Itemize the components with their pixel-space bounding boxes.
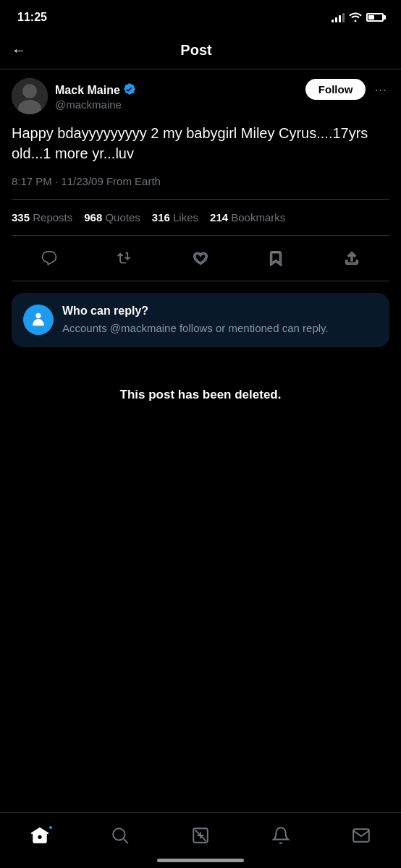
svg-point-3 (113, 828, 124, 840)
reply-restriction-title: Who can reply? (62, 305, 378, 318)
share-button[interactable] (338, 244, 366, 272)
svg-line-8 (195, 830, 206, 841)
status-icons (332, 12, 384, 24)
home-indicator (157, 859, 244, 862)
stat-likes[interactable]: 316 Likes (152, 211, 198, 224)
avatar[interactable] (12, 78, 48, 114)
header: ← Post (0, 32, 401, 69)
home-notification-dot (48, 825, 54, 830)
post-stats: 335 Reposts 968 Quotes 316 Likes 214 Boo… (12, 211, 389, 236)
stat-bookmarks[interactable]: 214 Bookmarks (210, 211, 285, 224)
reply-text-container: Who can reply? Accounts @mackmaine follo… (62, 305, 378, 336)
like-button[interactable] (187, 244, 214, 272)
page-title: Post (32, 42, 360, 59)
reply-restriction-subtitle: Accounts @mackmaine follows or mentioned… (62, 320, 378, 336)
back-button[interactable]: ← (12, 39, 32, 61)
user-info: Mack Maine @mackmaine (12, 78, 136, 114)
signal-icon (332, 12, 345, 22)
post-header: Mack Maine @mackmaine Follow ··· (12, 78, 389, 114)
reply-restriction-icon (23, 305, 54, 335)
nav-messages[interactable] (340, 820, 382, 851)
action-bar (12, 236, 389, 281)
stat-quotes[interactable]: 968 Quotes (84, 211, 140, 224)
wifi-icon (349, 12, 362, 24)
bookmark-button[interactable] (262, 244, 290, 272)
nav-compose[interactable] (180, 820, 221, 851)
post-text: Happy bdayyyyyyyyy 2 my babygirl Miley C… (12, 123, 389, 163)
user-handle[interactable]: @mackmaine (55, 98, 136, 111)
status-bar: 11:25 (0, 0, 401, 32)
stat-reposts[interactable]: 335 Reposts (12, 211, 72, 224)
svg-line-4 (124, 839, 128, 843)
verified-badge (123, 82, 136, 98)
post-container: Mack Maine @mackmaine Follow ··· Happy b… (0, 69, 401, 440)
follow-button[interactable]: Follow (305, 79, 366, 100)
battery-icon (366, 13, 384, 22)
nav-notifications[interactable] (260, 820, 302, 851)
svg-point-1 (22, 84, 37, 98)
reply-button[interactable] (35, 244, 63, 272)
user-name[interactable]: Mack Maine (55, 84, 120, 97)
repost-button[interactable] (111, 244, 139, 272)
nav-home[interactable] (19, 820, 61, 851)
status-time: 11:25 (17, 11, 47, 24)
nav-search[interactable] (99, 820, 141, 851)
post-actions-right: Follow ··· (305, 78, 389, 101)
user-details: Mack Maine @mackmaine (55, 82, 136, 111)
reply-restriction-box: Who can reply? Accounts @mackmaine follo… (12, 293, 389, 347)
user-name-row: Mack Maine (55, 82, 136, 98)
avatar-image (12, 78, 48, 114)
deleted-notice: This post has been deleted. (12, 359, 389, 431)
post-timestamp: 8:17 PM · 11/23/09 From Earth (12, 175, 389, 200)
more-button[interactable]: ··· (371, 78, 389, 101)
